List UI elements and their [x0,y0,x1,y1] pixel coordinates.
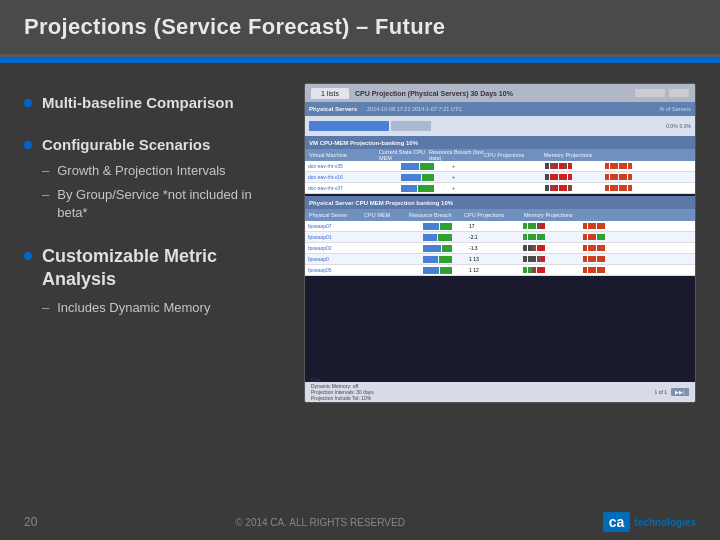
sub-text-2: By Group/Service *not included in beta* [57,186,284,222]
sub-dash-3: – [42,300,49,315]
bullet-dot-3 [24,252,32,260]
ss-phys-table: fpoeaop07 17 [305,221,695,276]
screenshot-container: 1 lists CPU Projection (Physical Servers… [304,83,696,403]
sub-text-1: Growth & Projection Intervals [57,162,225,180]
ca-logo: ca technologies [603,512,696,532]
bullet-text-1: Multi-baseline Comparison [42,93,234,113]
ss-tab-title: CPU Projection (Physical Servers) 30 Day… [355,90,513,97]
ss-vm-header: VM CPU-MEM Projection-banking 10% [305,136,695,149]
sub-text-3: Includes Dynamic Memory [57,299,210,317]
slide: Projections (Service Forecast) – Future … [0,0,720,540]
ss-vm-table: doc-eav-rhi-v35 + [305,161,695,194]
screenshot-inner: 1 lists CPU Projection (Physical Servers… [305,84,695,402]
sub-bullet-3: – Includes Dynamic Memory [42,299,284,317]
sub-bullet-2: – By Group/Service *not included in beta… [42,186,284,222]
bullet-main-1: Multi-baseline Comparison [24,93,284,113]
left-column: Multi-baseline Comparison Configurable S… [24,83,284,507]
sub-bullets-3: – Includes Dynamic Memory [24,299,284,317]
sub-dash-1: – [42,163,49,178]
bullet-text-3: Customizable Metric Analysis [42,245,284,292]
slide-title: Projections (Service Forecast) – Future [24,14,696,40]
content-area: Multi-baseline Comparison Configurable S… [0,63,720,527]
bullet-section-2: Configurable Scenarios – Growth & Projec… [24,135,284,223]
bullet-dot-1 [24,99,32,107]
large-bullet-3: Customizable Metric Analysis [24,245,284,292]
bullet-main-2: Configurable Scenarios [24,135,284,155]
sub-bullets-2: – Growth & Projection Intervals – By Gro… [24,162,284,223]
ss-phys2-header: Physical Server CPU MEM Projection banki… [305,196,695,209]
footer: 20 © 2014 CA. ALL RIGHTS RESERVED ca tec… [0,512,720,532]
page-number: 20 [24,515,37,529]
sub-bullet-1: – Growth & Projection Intervals [42,162,284,180]
bullet-dot-2 [24,141,32,149]
right-column: 1 lists CPU Projection (Physical Servers… [304,83,696,507]
ca-tech-text: technologies [634,517,696,528]
title-bar: Projections (Service Forecast) – Future [0,0,720,57]
copyright-text: © 2014 CA. ALL RIGHTS RESERVED [235,517,405,528]
bullet-section-3: Customizable Metric Analysis – Includes … [24,245,284,318]
sub-dash-2: – [42,187,49,202]
ss-tab-label: 1 lists [311,88,349,99]
bullet-text-2: Configurable Scenarios [42,135,210,155]
ca-logo-text: ca [603,512,631,532]
bullet-section-1: Multi-baseline Comparison [24,93,284,113]
ss-phys-header: Physical Servers 2014-10-08 17:21 2014-1… [305,102,695,116]
